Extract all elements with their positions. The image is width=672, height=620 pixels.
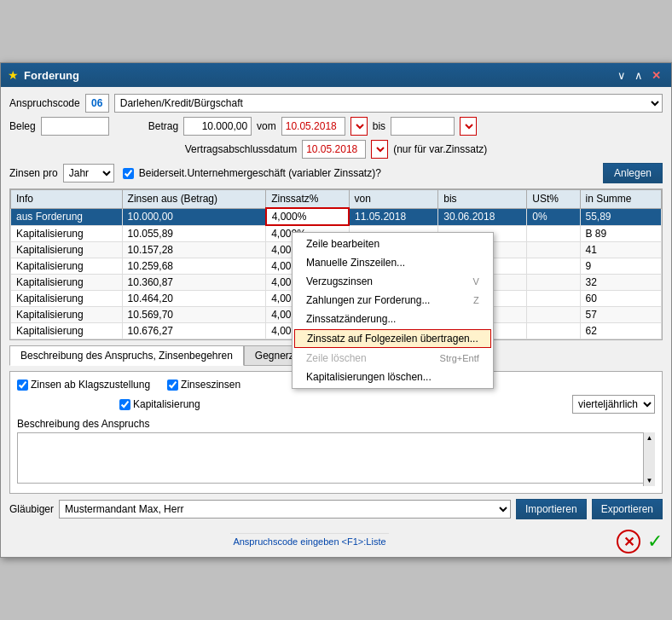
bis-date-input[interactable] [391, 117, 455, 136]
anspruchscode-input[interactable]: 06 [85, 94, 109, 113]
context-menu: Zeile bearbeitenManuelle Zinszeilen...Ve… [292, 232, 494, 389]
context-menu-item[interactable]: Zahlungen zur Forderung...Z [293, 291, 493, 310]
table-row[interactable]: aus Forderung10.000,004,000%11.05.201830… [11, 208, 662, 225]
kapitalisierung-check-wrapper: Kapitalisierung [119, 398, 200, 410]
betrag-label: Betrag [148, 120, 178, 132]
context-item-label: Zeile bearbeiten [306, 238, 379, 250]
glaubiger-select[interactable]: Mustermandant Max, Herr [59, 500, 511, 519]
col-zinssatz: Zinssatz% [266, 190, 349, 209]
scrollbar-up-icon[interactable]: ▲ [646, 434, 653, 442]
beidseit-checkbox[interactable] [123, 168, 134, 179]
context-menu-item[interactable]: Kapitalisierungen löschen... [293, 368, 493, 386]
zinseszinsen-label: Zinseszinsen [181, 379, 240, 391]
content-area: Anspruchscode 06 Darlehen/Kredit/Bürgsch… [1, 87, 671, 526]
zinsen-ab-label: Zinsen ab Klagszustellung [31, 379, 150, 391]
zinseszinsen-checkbox[interactable] [167, 380, 178, 391]
cancel-button[interactable]: ✕ [617, 530, 640, 553]
anlegen-button[interactable]: Anlegen [603, 163, 663, 183]
vom-label: vom [257, 120, 276, 132]
zinseszinsen-check-wrapper: Zinseszinsen [167, 379, 240, 391]
exportieren-button[interactable]: Exportieren [592, 499, 663, 519]
col-ust: USt% [527, 190, 580, 209]
vertragsabschluss-dropdown[interactable]: ▼ [371, 140, 388, 159]
window-icon: ★ [8, 68, 19, 82]
col-summe: in Summe [580, 190, 662, 209]
zinsen-ab-check-wrapper: Zinsen ab Klagszustellung [17, 379, 150, 391]
window-title: Forderung [24, 69, 79, 82]
anspruchscode-label: Anspruchscode [9, 97, 80, 109]
context-menu-item[interactable]: VerzugszinsenV [293, 272, 493, 291]
data-table-container: Info Zinsen aus (Betrag) Zinssatz% von b… [9, 188, 663, 340]
context-menu-item[interactable]: Zeile bearbeiten [293, 235, 493, 253]
context-menu-item[interactable]: Zinssatz auf Folgezeilen übertragen... [294, 329, 491, 348]
context-menu-item[interactable]: Zinssatzänderung... [293, 310, 493, 328]
zinsen-pro-select[interactable]: Jahr [63, 164, 114, 183]
title-bar-left: ★ Forderung [8, 68, 79, 82]
anspruchscode-row: Anspruchscode 06 Darlehen/Kredit/Bürgsch… [9, 94, 663, 113]
maximize-button[interactable]: ∧ [631, 69, 646, 82]
glaubiger-label: Gläubiger [9, 503, 54, 515]
beschreibung-textarea[interactable] [17, 432, 655, 484]
zinsen-ab-checkbox[interactable] [17, 380, 28, 391]
zinsen-row: Zinsen pro Jahr Beiderseit.Unternehmerge… [9, 163, 663, 183]
vertragsabschluss-input[interactable] [302, 140, 366, 159]
context-menu-item: Zeile löschenStrg+Entf [293, 349, 493, 368]
close-button[interactable]: ✕ [648, 69, 664, 82]
vom-date-input[interactable] [281, 117, 345, 136]
bottom-actions: Anspruchscode eingeben <F1>:Liste ✕ ✓ [1, 526, 671, 557]
vertrags-row: Vertragsabschlussdatum ▼ (nur für var.Zi… [9, 140, 663, 159]
bis-date-dropdown[interactable]: ▼ [460, 117, 477, 136]
context-item-shortcut: Strg+Entf [440, 353, 479, 363]
glaubiger-row: Gläubiger Mustermandant Max, Herr Import… [9, 499, 663, 519]
kapitalisierung-label: Kapitalisierung [133, 398, 200, 410]
context-item-label: Zinssatz auf Folgezeilen übertragen... [307, 333, 478, 345]
col-info: Info [11, 190, 123, 209]
main-window: ★ Forderung ∨ ∧ ✕ Anspruchscode 06 Darle… [0, 62, 672, 558]
tab-item[interactable]: Beschreibung des Anspruchs, Zinsenbegehr… [9, 345, 244, 366]
beidseit-label: Beiderseit.Unternehmergeschäft (variable… [139, 167, 381, 179]
context-item-shortcut: V [472, 276, 478, 287]
ok-button[interactable]: ✓ [647, 530, 663, 553]
context-item-label: Manuelle Zinszeilen... [306, 257, 405, 269]
context-menu-item[interactable]: Manuelle Zinszeilen... [293, 253, 493, 272]
beleg-row: Beleg Betrag vom ▼ bis ▼ [9, 117, 663, 136]
beleg-label: Beleg [9, 120, 36, 132]
darlehen-select[interactable]: Darlehen/Kredit/Bürgschaft [114, 94, 663, 113]
col-bis: bis [438, 190, 527, 209]
title-bar: ★ Forderung ∨ ∧ ✕ [1, 63, 671, 87]
context-item-label: Zahlungen zur Forderung... [306, 294, 430, 306]
importieren-button[interactable]: Importieren [516, 499, 587, 519]
checkboxes-row2: Kapitalisierung vierteljährlich [17, 395, 655, 414]
bis-label: bis [373, 120, 385, 132]
nur-fuer-label: (nur für var.Zinssatz) [393, 143, 487, 155]
zinsen-pro-label: Zinsen pro [9, 167, 58, 179]
betrag-input[interactable] [183, 117, 252, 136]
vertragsabschluss-label: Vertragsabschlussdatum [185, 143, 297, 155]
title-bar-controls: ∨ ∧ ✕ [614, 69, 664, 82]
context-item-label: Kapitalisierungen löschen... [306, 371, 432, 383]
context-item-label: Verzugszinsen [306, 275, 373, 287]
kapitalisierung-checkbox[interactable] [119, 399, 130, 410]
status-bar-text: Anspruchscode eingeben <F1>:Liste [230, 533, 388, 549]
vierteljahr-select[interactable]: vierteljährlich [572, 395, 655, 414]
context-item-label: Zinssatzänderung... [306, 313, 396, 325]
context-item-shortcut: Z [473, 295, 479, 305]
cancel-icon: ✕ [623, 534, 634, 550]
scrollbar-down-icon[interactable]: ▼ [646, 477, 653, 484]
tab-content: Zinsen ab Klagszustellung Zinseszinsen K… [9, 371, 663, 494]
minimize-button[interactable]: ∨ [614, 69, 629, 82]
col-von: von [349, 190, 438, 209]
beschreibung-label: Beschreibung des Anspruchs [17, 418, 655, 430]
beleg-input[interactable] [41, 117, 109, 136]
vom-date-dropdown[interactable]: ▼ [350, 117, 368, 136]
col-zinsen: Zinsen aus (Betrag) [122, 190, 266, 209]
context-item-label: Zeile löschen [306, 352, 367, 364]
